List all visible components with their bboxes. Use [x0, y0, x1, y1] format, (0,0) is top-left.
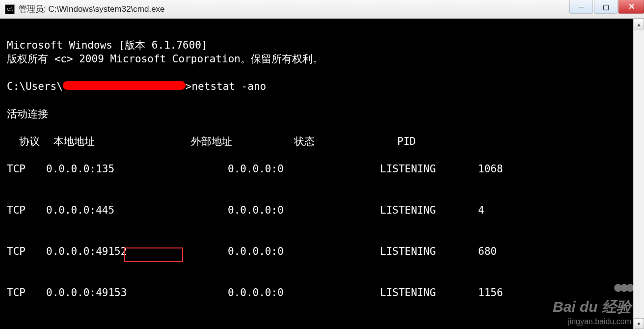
cell-local: 0.0.0.0:135 [46, 162, 228, 176]
cmd-icon: C:\ [5, 4, 15, 14]
maximize-button[interactable]: ▢ [594, 0, 617, 14]
table-row: TCP0.0.0.0:4450.0.0.0:0LISTENING4 [7, 203, 644, 217]
cell-local: 0.0.0.0:445 [46, 203, 228, 217]
window-controls: ─ ▢ ✕ [568, 0, 644, 15]
cell-proto: TCP [7, 162, 46, 176]
header-foreign: 外部地址 [191, 135, 294, 148]
header-local: 本地地址 [54, 135, 191, 148]
cell-proto: TCP [7, 203, 46, 217]
cell-foreign: 0.0.0.0:0 [228, 327, 380, 329]
scroll-down-button[interactable]: ▼ [634, 318, 644, 329]
cell-foreign: 0.0.0.0:0 [228, 245, 380, 258]
banner-line-1: Microsoft Windows [版本 6.1.7600] [7, 39, 208, 51]
cell-pid: 680 [478, 245, 497, 258]
header-state: 状态 [294, 135, 397, 148]
table-row: TCP0.0.0.0:491520.0.0.0:0LISTENING680 [7, 245, 644, 258]
vertical-scrollbar[interactable]: ▲ ▼ [633, 19, 644, 329]
table-row: TCP0.0.0.0:1350.0.0.0:0LISTENING1068 [7, 162, 644, 176]
minimize-icon: ─ [579, 3, 584, 11]
cell-pid: 1068 [478, 162, 503, 176]
cell-pid: 4 [478, 203, 484, 217]
cell-state: LISTENING [380, 162, 478, 176]
header-pid: PID [397, 136, 416, 147]
cell-proto: TCP [7, 286, 46, 300]
close-icon: ✕ [628, 2, 635, 11]
table-row: TCP0.0.0.0:491530.0.0.0:0LISTENING1156 [7, 286, 644, 300]
window-titlebar: C:\ 管理员: C:\Windows\system32\cmd.exe ─ ▢… [0, 0, 644, 19]
cell-foreign: 0.0.0.0:0 [228, 203, 380, 217]
banner-line-2b: 保留所有权利。 [251, 53, 323, 65]
command-text: netstat -ano [191, 81, 266, 92]
prompt-suffix: > [186, 81, 192, 92]
cell-proto: TCP [7, 245, 46, 258]
redacted-username [63, 81, 186, 90]
close-button[interactable]: ✕ [618, 0, 644, 14]
terminal-output[interactable]: Microsoft Windows [版本 6.1.7600] 版权所有 <c>… [0, 19, 644, 329]
cell-state: LISTENING [380, 327, 478, 329]
maximize-icon: ▢ [603, 3, 609, 11]
cell-pid: 1236 [478, 327, 503, 329]
cell-state: LISTENING [380, 203, 478, 217]
cell-local: 0.0.0.0:49154 [46, 327, 228, 329]
cell-state: LISTENING [380, 286, 478, 300]
section-title: 活动连接 [7, 108, 48, 120]
cell-local: 0.0.0.0:49152 [46, 245, 228, 258]
cell-proto: TCP [7, 327, 46, 329]
table-row: TCP0.0.0.0:491540.0.0.0:0LISTENING1236 [7, 327, 644, 329]
cell-state: LISTENING [380, 245, 478, 258]
header-protocol: 协议 [19, 135, 54, 148]
window-title: 管理员: C:\Windows\system32\cmd.exe [19, 3, 165, 15]
cell-local: 0.0.0.0:49153 [46, 286, 228, 300]
prompt-prefix: C:\Users\ [7, 81, 63, 92]
cell-pid: 1156 [478, 286, 503, 300]
cell-foreign: 0.0.0.0:0 [228, 162, 380, 176]
minimize-button[interactable]: ─ [569, 0, 593, 14]
scroll-up-button[interactable]: ▲ [634, 19, 644, 29]
banner-line-2a: 版权所有 <c> 2009 Microsoft Corporation。 [7, 53, 251, 65]
cell-foreign: 0.0.0.0:0 [228, 286, 380, 300]
